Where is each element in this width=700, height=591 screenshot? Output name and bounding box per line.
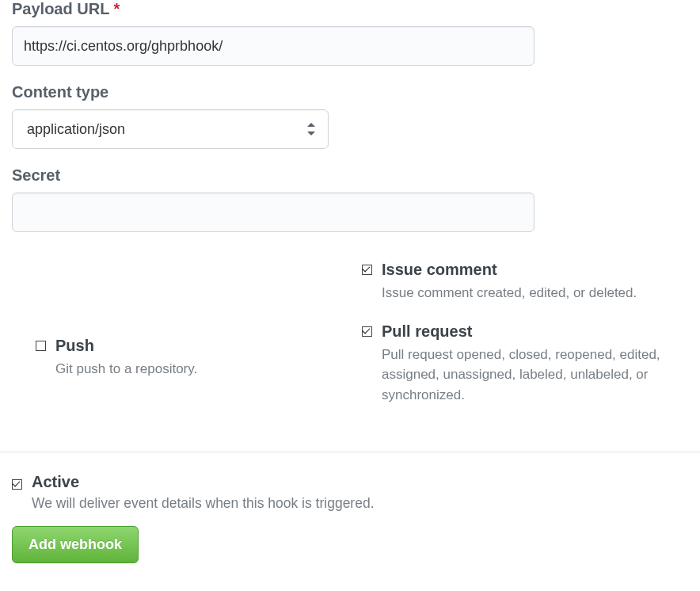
- issue-comment-desc: Issue comment created, edited, or delete…: [382, 283, 637, 303]
- active-desc: We will deliver event details when this …: [32, 495, 375, 512]
- push-checkbox[interactable]: [36, 341, 46, 351]
- issue-comment-checkbox[interactable]: [362, 265, 372, 275]
- required-asterisk: *: [114, 0, 120, 17]
- issue-comment-title: Issue comment: [382, 259, 637, 280]
- events-grid: Push Git push to a repository. Issue com…: [12, 250, 688, 440]
- event-issue-comment: Issue comment Issue comment created, edi…: [362, 259, 680, 303]
- event-spacer: [36, 259, 354, 335]
- pull-request-title: Pull request: [382, 321, 680, 341]
- active-block: Active We will deliver event details whe…: [0, 452, 700, 526]
- push-title: Push: [55, 335, 197, 356]
- content-type-label: Content type: [12, 83, 688, 101]
- pull-request-checkbox[interactable]: [362, 326, 372, 337]
- secret-input[interactable]: [12, 193, 535, 232]
- active-title: Active: [32, 473, 375, 491]
- submit-row: Add webhook: [0, 526, 700, 575]
- payload-url-label: Payload URL *: [12, 0, 688, 18]
- secret-group: Secret: [12, 166, 688, 232]
- event-push: Push Git push to a repository.: [36, 335, 354, 379]
- payload-url-label-text: Payload URL: [12, 0, 109, 17]
- push-desc: Git push to a repository.: [55, 359, 197, 379]
- payload-url-group: Payload URL *: [12, 0, 688, 66]
- event-pull-request: Pull request Pull request opened, closed…: [362, 321, 680, 406]
- add-webhook-button[interactable]: Add webhook: [12, 526, 139, 563]
- content-type-select-wrap: application/json: [12, 109, 329, 149]
- active-checkbox[interactable]: [12, 479, 22, 490]
- content-type-select[interactable]: application/json: [12, 109, 329, 149]
- content-type-group: Content type application/json: [12, 83, 688, 149]
- payload-url-input[interactable]: [12, 26, 535, 66]
- pull-request-desc: Pull request opened, closed, reopened, e…: [382, 345, 680, 406]
- secret-label: Secret: [12, 166, 688, 185]
